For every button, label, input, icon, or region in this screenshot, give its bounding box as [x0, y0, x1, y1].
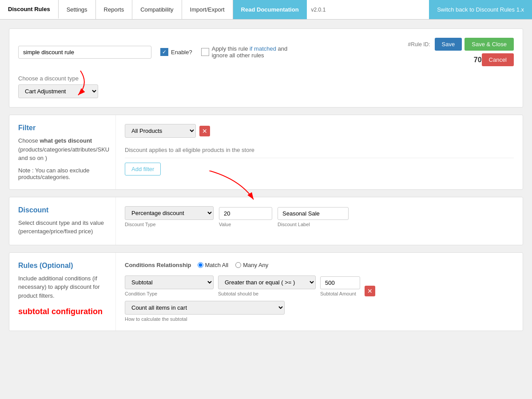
rules-section-card: Rules (Optional) Include additional cond…	[9, 252, 523, 331]
apply-rule-checkbox[interactable]	[201, 48, 209, 56]
subtotal-calc-dropdown[interactable]: Count all items in cart Count unique ite…	[125, 301, 285, 315]
discount-value-field-label: Value	[219, 222, 272, 227]
match-all-label: Match All	[205, 262, 229, 268]
version-label: v2.0.1	[307, 0, 330, 19]
remove-filter-button[interactable]: ✕	[199, 126, 210, 136]
subtotal-calc-section: Count all items in cart Count unique ite…	[125, 301, 514, 322]
condition-type-dropdown[interactable]: Subtotal Product quantity Cart total	[125, 275, 214, 289]
discount-value-input[interactable]	[219, 207, 272, 220]
subtotal-calc-field-label: How to calculate the subtotal	[125, 316, 514, 322]
condition-val-field-label: Subtotal Amount	[320, 291, 360, 296]
discount-type-select[interactable]: Cart Adjustment Product Discount Categor…	[18, 84, 98, 98]
discount-section-card: Discount Select discount type and its va…	[9, 197, 523, 245]
filter-section-left: Filter Choose what gets discount (produc…	[9, 115, 116, 189]
many-any-label: Many Any	[243, 262, 268, 268]
switch-back-button[interactable]: Switch back to Discount Rules 1.x	[429, 0, 532, 19]
tab-reports[interactable]: Reports	[96, 0, 133, 19]
condition-value-input[interactable]	[320, 276, 360, 289]
apply-rule-label: Apply this rule if matched and ignore al…	[212, 45, 301, 59]
subtotal-calc-wrapper: Count all items in cart Count unique ite…	[125, 301, 514, 322]
subtotal-config-annotation: subtotal configuration	[18, 307, 107, 316]
rule-id-value: 70	[474, 56, 482, 64]
filter-section-right: All Products ✕ Discount applies to all e…	[116, 115, 523, 189]
rules-section-left: Rules (Optional) Include additional cond…	[9, 253, 116, 331]
rule-id-label: #Rule ID:	[408, 41, 430, 48]
tab-settings[interactable]: Settings	[59, 0, 96, 19]
discount-label-wrapper: Discount Label	[278, 207, 349, 227]
rules-section-right: Conditions Relationship Match All Many A…	[116, 253, 523, 331]
discount-type-label: Choose a discount type	[18, 75, 514, 82]
conditions-relationship-row: Conditions Relationship Match All Many A…	[125, 262, 514, 268]
tab-read-documentation[interactable]: Read Documentation	[233, 0, 307, 19]
tab-import-export[interactable]: Import/Export	[182, 0, 233, 19]
discount-label-input[interactable]	[278, 207, 349, 220]
condition-op-wrapper: Greater than or equal ( >= ) Less than o…	[218, 275, 316, 296]
enable-label: Enable?	[171, 49, 192, 56]
radio-group: Match All Many Any	[198, 262, 269, 268]
filter-row: All Products ✕	[125, 124, 514, 138]
rules-section-desc: Include additional conditions (if necess…	[18, 274, 107, 300]
discount-value-wrapper: Value	[219, 207, 272, 227]
rule-id-section: #Rule ID: Save Save & Close 70 Cancel	[408, 38, 514, 66]
discount-type-dropdown[interactable]: Percentage discount Price discount Fixed…	[125, 206, 214, 220]
if-matched-text: if matched	[250, 45, 276, 52]
discount-row: Percentage discount Price discount Fixed…	[125, 206, 514, 227]
filter-section-desc: Choose what gets discount (products/cate…	[18, 136, 107, 163]
match-all-radio[interactable]	[198, 262, 203, 268]
condition-val-wrapper: Subtotal Amount	[320, 276, 360, 296]
filter-section-card: Filter Choose what gets discount (produc…	[9, 115, 523, 190]
discount-section-right: Percentage discount Price discount Fixed…	[116, 197, 523, 245]
filter-type-select[interactable]: All Products	[125, 124, 196, 138]
filter-info-text: Discount applies to all eligible product…	[125, 142, 514, 158]
apply-rule-row: Apply this rule if matched and ignore al…	[201, 45, 301, 59]
discount-label-field-label: Discount Label	[278, 222, 349, 227]
conditions-relationship-label: Conditions Relationship	[125, 262, 191, 268]
enable-checkbox-row: Enable?	[160, 48, 192, 56]
rule-name-card: Enable? Apply this rule if matched and i…	[9, 28, 523, 108]
many-any-radio[interactable]	[235, 262, 241, 268]
discount-section-desc: Select discount type and its value (perc…	[18, 219, 107, 236]
add-filter-button[interactable]: Add filter	[125, 163, 161, 176]
filter-section-title: Filter	[18, 124, 107, 132]
match-all-option[interactable]: Match All	[198, 262, 229, 268]
condition-op-field-label: Subtotal should be	[218, 291, 316, 296]
discount-type-field-label: Discount Type	[125, 222, 214, 227]
discount-type-wrapper: Percentage discount Price discount Fixed…	[125, 206, 214, 227]
save-button[interactable]: Save	[435, 38, 462, 51]
discount-type-section: Choose a discount type Cart Adjustment P…	[18, 75, 514, 98]
rule-name-input[interactable]	[18, 46, 151, 59]
tab-compatibility[interactable]: Compatibility	[132, 0, 182, 19]
top-navigation: Discount Rules Settings Reports Compatib…	[0, 0, 532, 20]
cancel-button[interactable]: Cancel	[482, 53, 514, 66]
tab-discount-rules[interactable]: Discount Rules	[0, 0, 59, 19]
enable-checkbox[interactable]	[160, 48, 168, 56]
condition-op-dropdown[interactable]: Greater than or equal ( >= ) Less than o…	[218, 275, 316, 289]
filter-section-note: Note : You can also exclude products/cat…	[18, 167, 107, 180]
rule-condition-row: Subtotal Product quantity Cart total Con…	[125, 275, 514, 296]
discount-section-left: Discount Select discount type and its va…	[9, 197, 116, 245]
rules-section-title: Rules (Optional)	[18, 262, 107, 270]
condition-type-field-label: Condition Type	[125, 291, 214, 296]
many-any-option[interactable]: Many Any	[235, 262, 268, 268]
save-close-button[interactable]: Save & Close	[465, 38, 514, 51]
discount-section-title: Discount	[18, 206, 107, 214]
remove-condition-button[interactable]: ✕	[365, 286, 375, 296]
main-content: Enable? Apply this rule if matched and i…	[0, 20, 532, 347]
condition-type-wrapper: Subtotal Product quantity Cart total Con…	[125, 275, 214, 296]
